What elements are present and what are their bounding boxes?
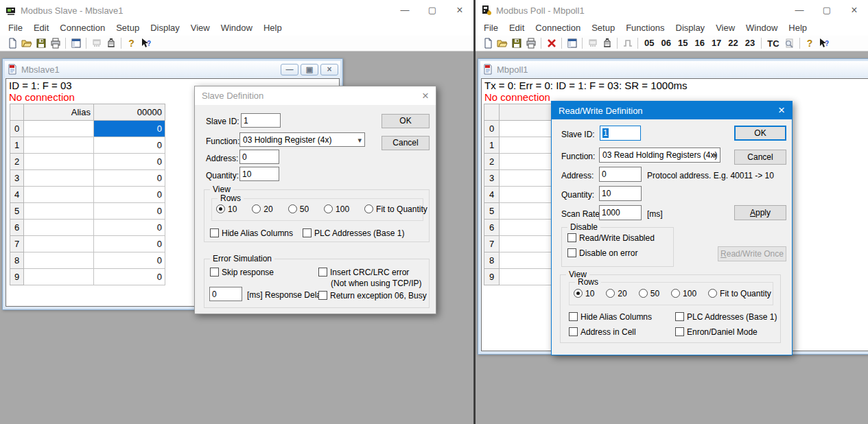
- menu-display[interactable]: Display: [670, 21, 711, 36]
- fc22-button[interactable]: 22: [725, 36, 741, 50]
- value-cell[interactable]: 0: [94, 236, 165, 252]
- context-help-icon[interactable]: ?: [139, 36, 153, 50]
- menu-window[interactable]: Window: [215, 21, 258, 36]
- menu-file[interactable]: File: [478, 21, 504, 36]
- print-icon[interactable]: [524, 36, 538, 50]
- value-cell[interactable]: 0: [94, 154, 165, 170]
- child-maximize-button[interactable]: ▣: [301, 64, 318, 75]
- alias-cell[interactable]: [24, 154, 94, 170]
- fc16-button[interactable]: 16: [691, 36, 707, 50]
- close-button[interactable]: ×: [446, 0, 473, 21]
- dialog-close-icon[interactable]: ×: [771, 104, 792, 117]
- hide-alias-checkbox[interactable]: Hide Alias Columns: [569, 312, 652, 322]
- enron-daniel-checkbox[interactable]: Enron/Daniel Mode: [675, 327, 758, 337]
- fc05-button[interactable]: 05: [641, 36, 657, 50]
- alias-cell[interactable]: [24, 220, 94, 236]
- menu-edit[interactable]: Edit: [504, 21, 530, 36]
- quantity-input[interactable]: 10: [599, 186, 642, 201]
- insert-crc-error-checkbox[interactable]: Insert CRC/LRC error: [318, 268, 409, 277]
- read-write-once-button[interactable]: Read/Write Once: [718, 246, 786, 261]
- function-dropdown[interactable]: 03 Holding Register (4x)▾: [239, 132, 365, 147]
- maximize-button[interactable]: ▢: [419, 0, 446, 21]
- plc-addresses-checkbox[interactable]: PLC Addresses (Base 1): [303, 228, 404, 238]
- alias-cell[interactable]: [24, 170, 94, 187]
- alias-cell[interactable]: [24, 236, 94, 252]
- fc23-button[interactable]: 23: [742, 36, 758, 50]
- fc15-button[interactable]: 15: [675, 36, 691, 50]
- help-icon[interactable]: ?: [124, 36, 139, 50]
- read-write-disabled-checkbox[interactable]: Read/Write Disabled: [567, 233, 655, 243]
- disconnect-icon[interactable]: [544, 36, 559, 50]
- alias-column-header[interactable]: Alias: [24, 104, 94, 121]
- menu-display[interactable]: Display: [145, 21, 185, 36]
- mbpoll1-title-bar[interactable]: Mbpoll1: [480, 61, 868, 78]
- alias-cell[interactable]: [24, 269, 94, 285]
- menu-view[interactable]: View: [710, 21, 740, 36]
- menu-help[interactable]: Help: [783, 21, 812, 36]
- rows-20-radio[interactable]: 20: [606, 289, 626, 298]
- quantity-input[interactable]: 10: [239, 167, 279, 181]
- return-exception-checkbox[interactable]: Return exception 06, Busy: [318, 291, 427, 301]
- maximize-button[interactable]: ▢: [813, 0, 841, 21]
- alias-cell[interactable]: [24, 187, 94, 203]
- value-column-header[interactable]: 00000: [94, 104, 165, 121]
- menu-view[interactable]: View: [185, 21, 215, 36]
- menu-connection[interactable]: Connection: [54, 21, 110, 36]
- rows-20-radio[interactable]: 20: [252, 204, 272, 214]
- menu-functions[interactable]: Functions: [620, 21, 670, 36]
- dialog-title-bar[interactable]: Slave Definition ×: [195, 86, 436, 105]
- alias-cell[interactable]: [24, 203, 94, 220]
- ok-button[interactable]: OK: [734, 126, 786, 141]
- rows-100-radio[interactable]: 100: [671, 289, 696, 298]
- ok-button[interactable]: OK: [382, 114, 430, 128]
- address-input[interactable]: 0: [239, 150, 279, 164]
- dialog-title-bar[interactable]: Read/Write Definition ×: [552, 102, 792, 119]
- print-icon[interactable]: [48, 36, 62, 50]
- disable-on-error-checkbox[interactable]: Disable on error: [567, 248, 637, 258]
- plc-addresses-checkbox[interactable]: PLC Addresses (Base 1): [675, 312, 777, 322]
- rows-50-radio[interactable]: 50: [288, 204, 309, 214]
- value-cell[interactable]: 0: [94, 203, 165, 220]
- skip-response-checkbox[interactable]: Skip response: [210, 268, 274, 277]
- value-cell[interactable]: 0: [94, 137, 165, 154]
- auto-answer-icon[interactable]: [600, 36, 614, 50]
- save-icon[interactable]: [509, 36, 524, 50]
- new-file-icon[interactable]: [5, 36, 19, 50]
- function-dropdown[interactable]: 03 Read Holding Registers (4x)▾: [599, 148, 720, 163]
- value-cell-selected[interactable]: 0: [94, 121, 165, 137]
- alias-cell[interactable]: [24, 121, 94, 137]
- context-help-icon[interactable]: ?: [817, 36, 832, 50]
- rows-50-radio[interactable]: 50: [639, 289, 659, 298]
- alias-cell[interactable]: [24, 137, 94, 154]
- value-cell[interactable]: 0: [94, 269, 165, 285]
- minimize-button[interactable]: —: [786, 0, 813, 21]
- rows-10-radio[interactable]: 10: [216, 204, 237, 214]
- help-icon[interactable]: ?: [803, 36, 817, 50]
- value-cell[interactable]: 0: [94, 170, 165, 187]
- save-icon[interactable]: [34, 36, 48, 50]
- address-in-cell-checkbox[interactable]: Address in Cell: [569, 327, 636, 337]
- display-setup-icon[interactable]: [69, 36, 83, 50]
- apply-button[interactable]: Apply: [734, 205, 786, 220]
- menu-window[interactable]: Window: [740, 21, 783, 36]
- address-input[interactable]: 0: [599, 167, 642, 182]
- rows-10-radio[interactable]: 10: [574, 289, 594, 298]
- rows-fit-radio[interactable]: Fit to Quantity: [364, 204, 427, 214]
- title-bar[interactable]: Modbus Poll - Mbpoll1 — ▢ ×: [476, 0, 868, 21]
- auto-answer-icon[interactable]: [104, 36, 118, 50]
- test-center-button[interactable]: TC: [764, 38, 782, 49]
- dialog-close-icon[interactable]: ×: [415, 89, 436, 103]
- mbslave1-title-bar[interactable]: Mbslave1 — ▣ ×: [5, 61, 340, 78]
- rows-100-radio[interactable]: 100: [324, 204, 349, 214]
- open-file-icon[interactable]: [495, 36, 509, 50]
- slave-id-input[interactable]: 1: [241, 113, 281, 128]
- child-minimize-button[interactable]: —: [281, 64, 298, 75]
- hide-alias-checkbox[interactable]: Hide Alias Columns: [210, 228, 293, 238]
- menu-setup[interactable]: Setup: [110, 21, 145, 36]
- menu-setup[interactable]: Setup: [586, 21, 620, 36]
- scan-rate-input[interactable]: 1000: [599, 205, 642, 220]
- menu-connection[interactable]: Connection: [530, 21, 586, 36]
- menu-edit[interactable]: Edit: [28, 21, 54, 36]
- new-file-icon[interactable]: [480, 36, 495, 50]
- slave-id-input[interactable]: 1: [600, 126, 641, 141]
